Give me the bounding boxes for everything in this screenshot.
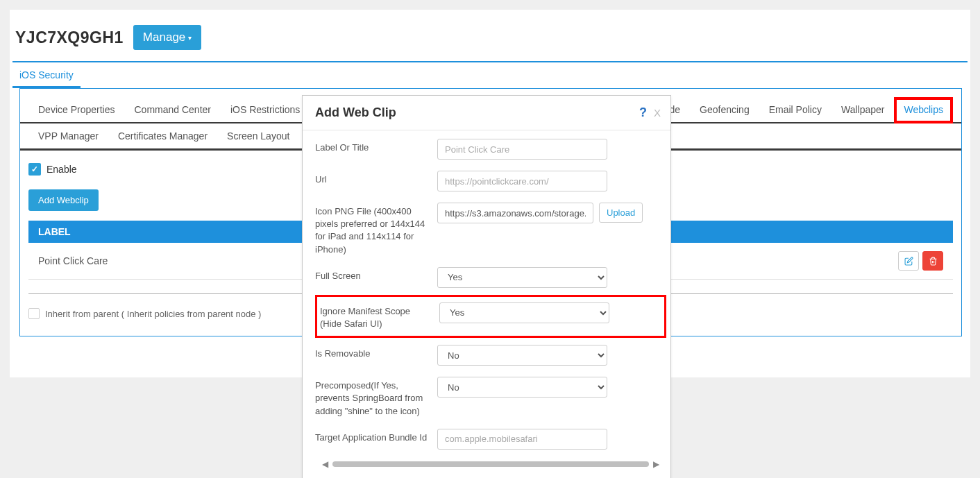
tab-certificates-manager[interactable]: Certificates Manager — [108, 123, 217, 148]
tab-webclips[interactable]: Webclips — [894, 97, 953, 123]
row-ignore-manifest: Ignore Manifest Scope (Hide Safari UI) Y… — [320, 301, 661, 332]
row-label-title: Label Or Title — [315, 133, 666, 165]
manage-button-label: Manage — [143, 31, 185, 44]
row-removable: Is Removable No — [315, 339, 666, 371]
tab-device-properties[interactable]: Device Properties — [28, 97, 125, 122]
row-actions — [898, 251, 943, 271]
delete-button[interactable] — [922, 251, 943, 271]
label-precomposed: Precomposed(If Yes, prevents SpringBoard… — [315, 377, 437, 387]
tab-vpp-manager[interactable]: VPP Manager — [28, 123, 108, 148]
page-header: YJC7XQ9GH1 Manage▾ — [12, 10, 968, 62]
tab-wallpaper[interactable]: Wallpaper — [831, 97, 895, 122]
label-url: Url — [315, 171, 437, 186]
upload-button[interactable]: Upload — [599, 203, 643, 223]
tab-ios-security[interactable]: iOS Security — [12, 62, 81, 88]
modal-body: Label Or Title Url Icon PNG File (400x40… — [303, 130, 670, 387]
manage-button[interactable]: Manage▾ — [133, 25, 201, 50]
row-url: Url — [315, 165, 666, 197]
tab-email-policy[interactable]: Email Policy — [759, 97, 831, 122]
label-fullscreen: Full Screen — [315, 267, 437, 282]
inherit-checkbox[interactable] — [28, 308, 40, 319]
modal-title: Add Web Clip — [315, 105, 396, 120]
select-precomposed[interactable]: No — [437, 377, 607, 387]
select-removable[interactable]: No — [437, 345, 607, 366]
section-tabs: iOS Security — [10, 62, 970, 88]
modal-header: Add Web Clip ? X — [303, 96, 670, 130]
help-icon[interactable]: ? — [639, 105, 647, 120]
tab-screen-layout[interactable]: Screen Layout — [217, 123, 299, 148]
add-webclip-modal: Add Web Clip ? X Label Or Title Url Icon… — [302, 95, 671, 387]
row-icon: Icon PNG File (400x400 pixels preferred … — [315, 197, 666, 262]
enable-checkbox[interactable]: ✓ — [28, 163, 41, 176]
edit-button[interactable] — [898, 251, 919, 271]
label-icon: Icon PNG File (400x400 pixels preferred … — [315, 203, 437, 256]
select-fullscreen[interactable]: Yes — [437, 267, 607, 288]
highlight-ignore-manifest: Ignore Manifest Scope (Hide Safari UI) Y… — [315, 295, 666, 338]
tab-command-center[interactable]: Command Center — [125, 97, 221, 122]
input-url[interactable] — [437, 171, 607, 191]
label-ignore-manifest: Ignore Manifest Scope (Hide Safari UI) — [320, 302, 439, 330]
device-id: YJC7XQ9GH1 — [15, 28, 124, 47]
row-precomposed: Precomposed(If Yes, prevents SpringBoard… — [315, 371, 666, 387]
row-label-value: Point Click Care — [38, 255, 108, 266]
row-fullscreen: Full Screen Yes — [315, 262, 666, 293]
close-icon[interactable]: X — [654, 107, 661, 119]
tab-geofencing[interactable]: Geofencing — [690, 97, 759, 122]
input-label-title[interactable] — [437, 139, 607, 160]
add-webclip-button[interactable]: Add Webclip — [28, 189, 99, 211]
select-ignore-manifest[interactable]: Yes — [439, 302, 609, 323]
trash-icon — [929, 257, 938, 266]
edit-icon — [904, 257, 913, 266]
label-removable: Is Removable — [315, 345, 437, 360]
enable-label: Enable — [47, 164, 77, 175]
inherit-label: Inherit from parent ( Inherit policies f… — [45, 309, 261, 319]
chevron-down-icon: ▾ — [188, 34, 192, 42]
label-label-title: Label Or Title — [315, 139, 437, 154]
tab-ios-restrictions[interactable]: iOS Restrictions — [221, 97, 310, 122]
input-icon[interactable] — [437, 203, 593, 223]
